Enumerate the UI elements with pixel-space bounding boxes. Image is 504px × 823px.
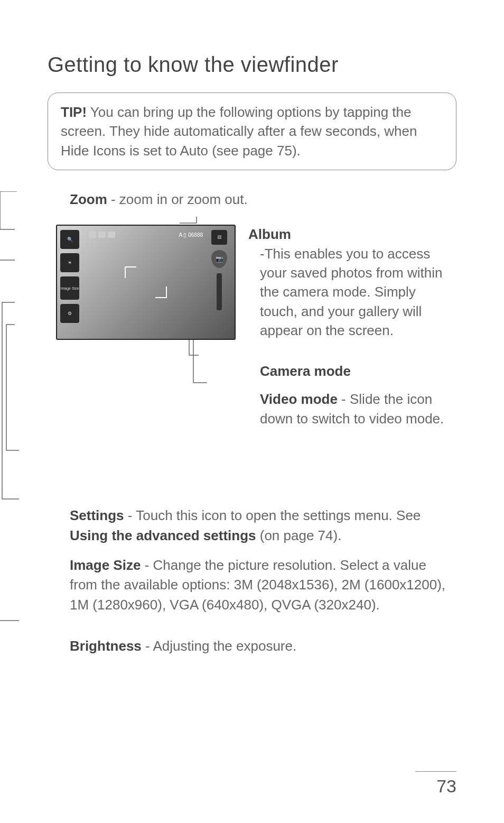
- image-size-callout: Image Size - Change the picture resoluti…: [70, 556, 456, 615]
- photo-counter: A ▯ 06888: [179, 232, 203, 238]
- tip-box: TIP! You can bring up the following opti…: [48, 93, 456, 170]
- tip-text: You can bring up the following options b…: [61, 104, 417, 159]
- settings-link: Using the advanced settings: [70, 528, 256, 543]
- tip-label: TIP!: [61, 104, 87, 120]
- settings-icon[interactable]: ⚙: [60, 304, 79, 323]
- album-desc: -This enables you to access your saved p…: [248, 244, 454, 340]
- battery-icon: [89, 232, 96, 238]
- image-size-label: Image Size: [70, 557, 141, 573]
- settings-callout: Settings - Touch this icon to open the s…: [70, 506, 456, 545]
- video-mode-callout: Video mode - Slide the icon down to swit…: [248, 390, 460, 428]
- mode-slider[interactable]: [217, 273, 222, 310]
- camera-mode-callout: Camera mode: [248, 363, 351, 380]
- page-number: 73: [415, 771, 456, 797]
- brightness-callout: Brightness - Adjusting the exposure.: [70, 636, 456, 656]
- camera-mode-icon[interactable]: 📷: [211, 250, 227, 268]
- brightness-label: Brightness: [70, 638, 142, 654]
- flash-icon: [98, 232, 106, 238]
- image-size-icon[interactable]: Image Size: [60, 276, 79, 300]
- viewfinder-preview: A ▯ 06888 🔍 ☀ Image Size ⚙ 🖼 📷: [56, 225, 236, 340]
- brightness-desc: - Adjusting the exposure.: [142, 638, 296, 654]
- video-mode-label: Video mode: [260, 391, 338, 407]
- viewfinder-top-bar: A ▯ 06888: [89, 230, 203, 239]
- page-title: Getting to know the viewfinder: [48, 53, 456, 77]
- focus-brackets: [125, 266, 167, 298]
- zoom-icon[interactable]: 🔍: [60, 230, 79, 249]
- album-icon[interactable]: 🖼: [211, 230, 227, 245]
- zoom-callout: Zoom - zoom in or zoom out.: [70, 191, 456, 208]
- album-callout: Album -This enables you to access your s…: [248, 225, 454, 340]
- diagram-area: A ▯ 06888 🔍 ☀ Image Size ⚙ 🖼 📷 Album -Th…: [48, 215, 456, 501]
- timer-icon: [108, 232, 115, 238]
- brightness-icon[interactable]: ☀: [60, 253, 79, 272]
- settings-desc-pre: - Touch this icon to open the settings m…: [124, 507, 421, 523]
- album-label: Album: [248, 226, 291, 242]
- camera-mode-label: Camera mode: [260, 363, 351, 379]
- zoom-desc: - zoom in or zoom out.: [107, 191, 248, 207]
- zoom-label: Zoom: [70, 191, 107, 207]
- settings-desc-post: (on page 74).: [256, 528, 342, 543]
- settings-label: Settings: [70, 507, 124, 523]
